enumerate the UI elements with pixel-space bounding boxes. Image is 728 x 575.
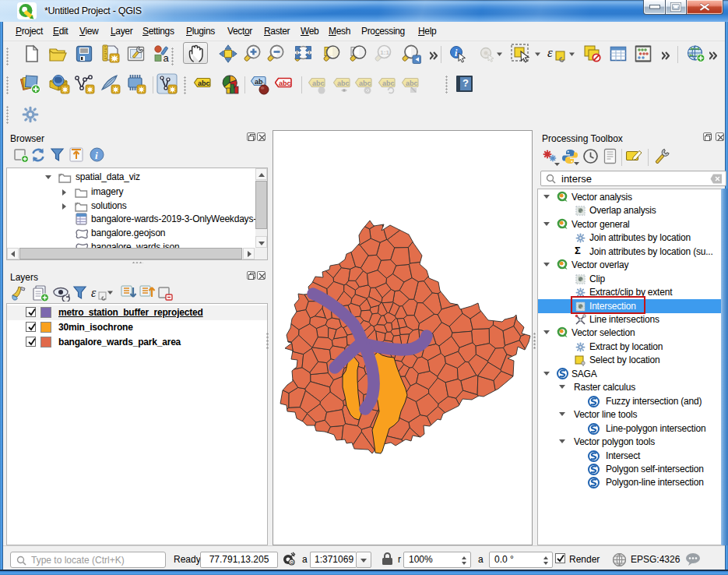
svg-text:ε: ε [91, 286, 97, 299]
svg-text:ε: ε [547, 45, 553, 60]
svg-text:o: o [290, 559, 294, 565]
svg-text:a: a [164, 52, 170, 64]
svg-text:i: i [95, 150, 98, 161]
svg-text:abc: abc [279, 79, 291, 87]
svg-text:1:1: 1:1 [380, 49, 389, 56]
